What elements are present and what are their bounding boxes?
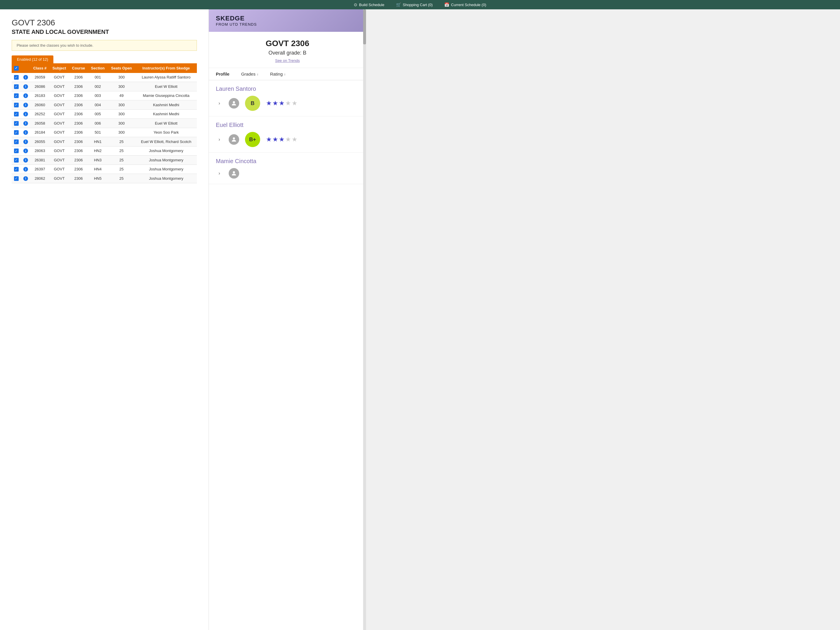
shopping-cart-nav[interactable]: 🛒 Shopping Cart (0) [396, 2, 433, 7]
row-instructor: Kashmiri Medhi [135, 109, 197, 119]
table-row: ✓ i 28063 GOVT 2306 HN2 25 Joshua Montgo… [12, 146, 197, 155]
avatar [229, 98, 239, 109]
table-row: ✓ i 26252 GOVT 2306 005 300 Kashmiri Med… [12, 109, 197, 119]
row-seats: 25 [107, 146, 135, 155]
avatar [229, 134, 239, 145]
row-checkbox[interactable]: ✓ [12, 119, 21, 128]
row-subject: GOVT [50, 73, 69, 82]
row-section: HN5 [88, 174, 107, 183]
row-subject: GOVT [50, 91, 69, 100]
instructors-container: Lauren Santoro›B★★★★★Euel Elliott›B+★★★★… [209, 80, 366, 184]
row-checkbox[interactable]: ✓ [12, 128, 21, 137]
row-checkbox[interactable]: ✓ [12, 82, 21, 91]
stars-row: ★★★★★ [266, 136, 297, 143]
row-course: 2306 [69, 82, 88, 91]
row-instructor: Yeon Soo Park [135, 128, 197, 137]
row-checkbox[interactable]: ✓ [12, 91, 21, 100]
col-checkbox[interactable]: ✓ [12, 63, 21, 73]
row-info[interactable]: i [21, 119, 30, 128]
table-row: ✓ i 26184 GOVT 2306 501 300 Yeon Soo Par… [12, 128, 197, 137]
star-filled: ★ [266, 136, 272, 143]
top-navigation: ⊙ Build Schedule 🛒 Shopping Cart (0) 📅 C… [0, 0, 840, 9]
info-message: Please select the classes you wish to in… [12, 40, 197, 51]
tab-profile[interactable]: Profile [216, 71, 229, 76]
star-empty: ★ [285, 100, 291, 107]
enabled-tab[interactable]: Enabled (12 of 12) [12, 55, 54, 63]
star-filled: ★ [272, 136, 278, 143]
row-class-num: 28063 [30, 146, 50, 155]
tab-rating[interactable]: Rating ↓ [270, 71, 286, 76]
row-class-num: 26055 [30, 137, 50, 147]
scrollbar[interactable] [363, 9, 366, 630]
scroll-thumb[interactable] [363, 9, 366, 44]
row-instructor: Joshua Montgomery [135, 155, 197, 165]
rating-sort-icon: ↓ [284, 72, 286, 76]
table-row: ✓ i 26060 GOVT 2306 004 300 Kashmiri Med… [12, 100, 197, 110]
row-info[interactable]: i [21, 146, 30, 155]
row-checkbox[interactable]: ✓ [12, 100, 21, 110]
col-course: Course [69, 63, 88, 73]
row-info[interactable]: i [21, 82, 30, 91]
row-course: 2306 [69, 119, 88, 128]
col-info [21, 63, 30, 73]
row-subject: GOVT [50, 155, 69, 165]
row-section: 002 [88, 82, 107, 91]
tab-grades[interactable]: Grades ↓ [241, 71, 258, 76]
current-schedule-nav[interactable]: 📅 Current Schedule (0) [444, 2, 486, 7]
star-filled: ★ [279, 100, 285, 107]
row-info[interactable]: i [21, 174, 30, 183]
instructor-name: Mamie Cincotta [216, 158, 359, 165]
expand-chevron[interactable]: › [216, 136, 223, 143]
row-class-num: 26183 [30, 91, 50, 100]
instructor-name: Euel Elliott [216, 122, 359, 128]
row-info[interactable]: i [21, 91, 30, 100]
row-checkbox[interactable]: ✓ [12, 109, 21, 119]
row-info[interactable]: i [21, 100, 30, 110]
expand-chevron[interactable]: › [216, 170, 223, 177]
row-course: 2306 [69, 146, 88, 155]
row-class-num: 26086 [30, 82, 50, 91]
row-section: 005 [88, 109, 107, 119]
row-checkbox[interactable]: ✓ [12, 146, 21, 155]
row-course: 2306 [69, 137, 88, 147]
row-course: 2306 [69, 155, 88, 165]
row-checkbox[interactable]: ✓ [12, 73, 21, 82]
calendar-icon: 📅 [444, 2, 449, 7]
table-row: ✓ i 26058 GOVT 2306 006 300 Euel W Ellio… [12, 119, 197, 128]
table-row: ✓ i 26055 GOVT 2306 HN1 25 Euel W Elliot… [12, 137, 197, 147]
row-checkbox[interactable]: ✓ [12, 137, 21, 147]
right-course-code: GOVT 2306 [218, 39, 357, 48]
see-on-trends-link[interactable]: See on Trends [275, 59, 300, 63]
row-subject: GOVT [50, 137, 69, 147]
select-all-checkbox[interactable]: ✓ [14, 66, 19, 71]
col-instructor: Instructor(s) From Skedge [135, 63, 197, 73]
row-subject: GOVT [50, 146, 69, 155]
row-info[interactable]: i [21, 109, 30, 119]
row-checkbox[interactable]: ✓ [12, 165, 21, 174]
row-class-num: 26381 [30, 155, 50, 165]
row-section: HN3 [88, 155, 107, 165]
row-instructor: Joshua Montgomery [135, 165, 197, 174]
row-section: 001 [88, 73, 107, 82]
row-checkbox[interactable]: ✓ [12, 174, 21, 183]
row-info[interactable]: i [21, 128, 30, 137]
row-info[interactable]: i [21, 155, 30, 165]
instructor-section: Mamie Cincotta› [209, 153, 366, 184]
grade-badge: B [245, 96, 260, 111]
row-seats: 300 [107, 73, 135, 82]
row-class-num: 26060 [30, 100, 50, 110]
grade-badge: B+ [245, 132, 260, 147]
row-info[interactable]: i [21, 137, 30, 147]
row-seats: 300 [107, 82, 135, 91]
class-table: ✓ Class # Subject Course Section Seats O… [12, 63, 197, 183]
expand-chevron[interactable]: › [216, 100, 223, 107]
build-schedule-nav[interactable]: ⊙ Build Schedule [354, 2, 384, 7]
row-info[interactable]: i [21, 73, 30, 82]
row-info[interactable]: i [21, 165, 30, 174]
row-checkbox[interactable]: ✓ [12, 155, 21, 165]
row-section: 003 [88, 91, 107, 100]
row-seats: 300 [107, 128, 135, 137]
row-section: 006 [88, 119, 107, 128]
course-code: GOVT 2306 [12, 18, 197, 27]
row-class-num: 26184 [30, 128, 50, 137]
